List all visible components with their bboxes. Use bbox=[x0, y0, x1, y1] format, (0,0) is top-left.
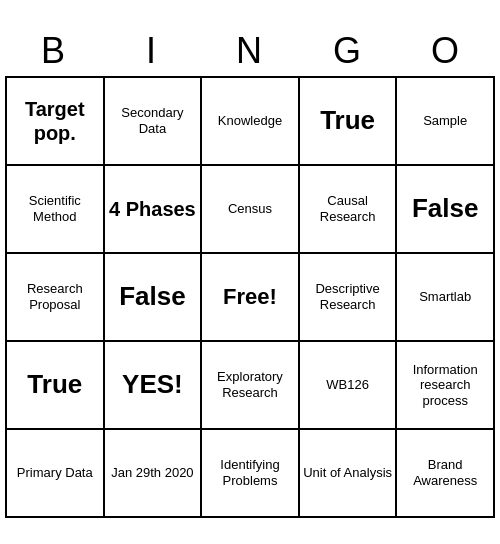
cell-r2-c3: Descriptive Research bbox=[300, 254, 398, 342]
cell-r4-c2: Identifying Problems bbox=[202, 430, 300, 518]
bingo-card: BINGO Target pop.Secondary DataKnowledge… bbox=[5, 26, 495, 518]
cell-r3-c3: WB126 bbox=[300, 342, 398, 430]
cell-r4-c3: Unit of Analysis bbox=[300, 430, 398, 518]
cell-r3-c2: Exploratory Research bbox=[202, 342, 300, 430]
cell-r3-c0: True bbox=[7, 342, 105, 430]
cell-r4-c4: Brand Awareness bbox=[397, 430, 495, 518]
cell-r1-c4: False bbox=[397, 166, 495, 254]
cell-r3-c4: Information research process bbox=[397, 342, 495, 430]
cell-r2-c0: Research Proposal bbox=[7, 254, 105, 342]
header-letter: G bbox=[299, 26, 397, 76]
cell-r2-c4: Smartlab bbox=[397, 254, 495, 342]
cell-r0-c1: Secondary Data bbox=[105, 78, 203, 166]
header-letter: N bbox=[201, 26, 299, 76]
header-letter: I bbox=[103, 26, 201, 76]
cell-r3-c1: YES! bbox=[105, 342, 203, 430]
bingo-header: BINGO bbox=[5, 26, 495, 76]
header-letter: B bbox=[5, 26, 103, 76]
cell-r0-c3: True bbox=[300, 78, 398, 166]
bingo-grid: Target pop.Secondary DataKnowledgeTrueSa… bbox=[5, 76, 495, 518]
cell-r0-c4: Sample bbox=[397, 78, 495, 166]
cell-r1-c2: Census bbox=[202, 166, 300, 254]
header-letter: O bbox=[397, 26, 495, 76]
cell-r4-c1: Jan 29th 2020 bbox=[105, 430, 203, 518]
cell-r2-c2: Free! bbox=[202, 254, 300, 342]
cell-r0-c2: Knowledge bbox=[202, 78, 300, 166]
cell-r4-c0: Primary Data bbox=[7, 430, 105, 518]
cell-r1-c3: Causal Research bbox=[300, 166, 398, 254]
cell-r1-c1: 4 Phases bbox=[105, 166, 203, 254]
cell-r1-c0: Scientific Method bbox=[7, 166, 105, 254]
cell-r0-c0: Target pop. bbox=[7, 78, 105, 166]
cell-r2-c1: False bbox=[105, 254, 203, 342]
